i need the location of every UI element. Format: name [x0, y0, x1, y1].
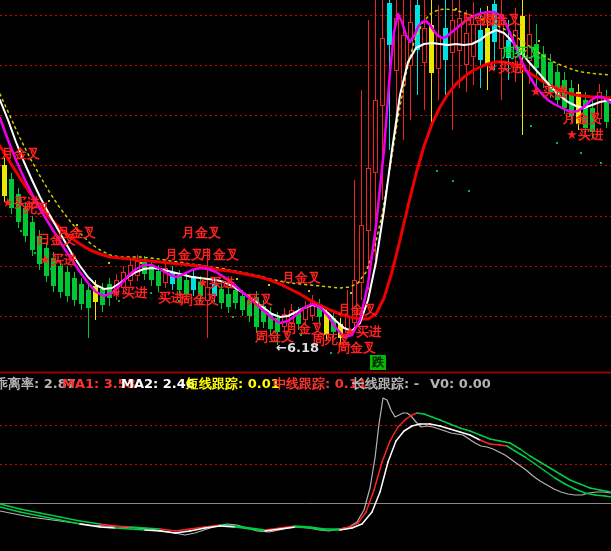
- stock-chart-window: 月金叉★买进死叉日金叉月金叉★买进★买进月金叉月金叉月金叉★买进买进周金叉月金叉…: [0, 0, 611, 551]
- indicator-label: 短线跟踪: 0.01: [186, 377, 280, 390]
- fall-badge: 跌: [370, 355, 386, 370]
- indicator-label: V0: 0.00: [430, 377, 491, 390]
- price-chart-canvas[interactable]: [0, 0, 611, 551]
- indicator-label: 长线跟踪: -: [352, 377, 419, 390]
- indicator-label: MA2: 2.46: [121, 377, 195, 390]
